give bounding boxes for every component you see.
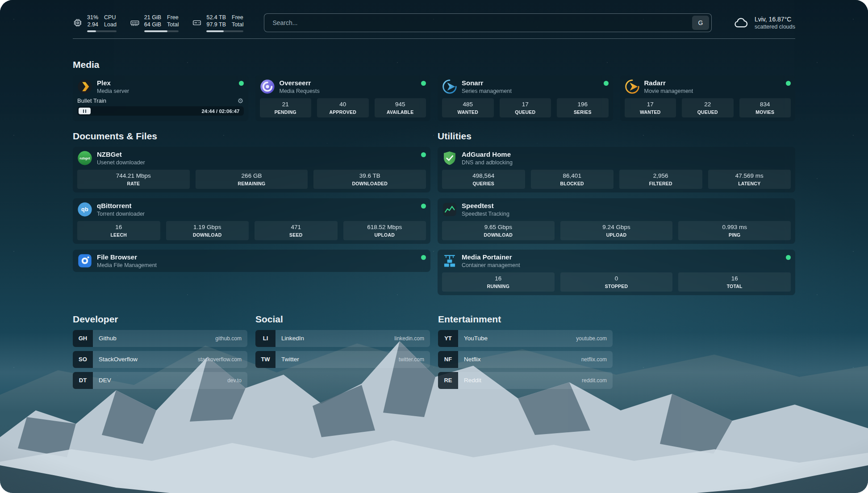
- playback-progress-bar[interactable]: 24:44 / 02:06:47: [77, 106, 244, 116]
- bookmark-group-developer: Developer GH Github github.com SO StackO…: [73, 314, 247, 393]
- stat-box: 17WANTED: [625, 98, 676, 117]
- stat-box: 40APPROVED: [317, 98, 369, 117]
- service-card-qbittorrent[interactable]: qb qBittorrent Torrent downloader 16LEEC…: [73, 198, 430, 244]
- resource-widgets: 31% 2.94 CPU Load: [73, 14, 243, 32]
- stat-label: LEECH: [79, 232, 159, 238]
- stat-label: SERIES: [559, 109, 607, 115]
- memory-total: 64 GiB: [144, 21, 161, 28]
- stat-value: 16: [444, 275, 553, 283]
- memory-widget: 21 GiB 64 GiB Free Total: [130, 14, 179, 32]
- stat-box: 22QUEUED: [682, 98, 734, 117]
- stat-label: BLOCKED: [533, 181, 612, 186]
- stat-value: 16: [79, 224, 159, 231]
- group-title-social: Social: [255, 314, 430, 325]
- stat-value: 834: [741, 101, 789, 109]
- bookmark-github[interactable]: GH Github github.com: [73, 330, 247, 347]
- stat-box: 485WANTED: [442, 98, 494, 117]
- stat-label: RATE: [79, 181, 188, 186]
- service-card-speedtest[interactable]: Speedtest Speedtest Tracking 9.65 GbpsDO…: [438, 198, 795, 244]
- group-title-developer: Developer: [73, 314, 247, 325]
- stat-label: DOWNLOAD: [444, 232, 553, 238]
- portainer-icon: [442, 253, 457, 268]
- bookmark-youtube[interactable]: YT YouTube youtube.com: [438, 330, 613, 347]
- bookmark-url: linkedin.com: [394, 335, 424, 342]
- stat-value: 17: [626, 101, 675, 109]
- service-name: Media Portainer: [462, 253, 520, 261]
- stat-box: 16RUNNING: [442, 272, 555, 292]
- stat-label: PING: [680, 232, 789, 238]
- sonarr-icon: [442, 79, 457, 94]
- service-name: File Browser: [97, 253, 157, 261]
- service-description: Movie management: [644, 88, 693, 94]
- bookmark-url: dev.to: [227, 377, 242, 384]
- service-description: Speedtest Tracking: [462, 211, 509, 217]
- stat-label: DOWNLOADED: [315, 181, 424, 186]
- bookmark-url: reddit.com: [582, 377, 607, 384]
- service-card-portainer[interactable]: Media Portainer Container management 16R…: [438, 250, 795, 295]
- service-card-nzbget[interactable]: nzbget NZBGet Usenet downloader 744.21 M…: [73, 147, 430, 192]
- memory-free: 21 GiB: [144, 14, 161, 21]
- bookmark-netflix[interactable]: NF Netflix netflix.com: [438, 351, 613, 368]
- service-description: Media Requests: [280, 88, 320, 94]
- memory-icon: [130, 18, 140, 28]
- bookmark-linkedin[interactable]: LI LinkedIn linkedin.com: [255, 330, 430, 347]
- service-card-overseerr[interactable]: Overseerr Media Requests 21PENDING 40APP…: [255, 75, 431, 121]
- service-description: Torrent downloader: [97, 211, 145, 217]
- stat-box: 0STOPPED: [560, 272, 673, 292]
- bookmark-group-social: Social LI LinkedIn linkedin.com TW Twitt…: [255, 314, 430, 393]
- stat-value: 196: [559, 101, 607, 109]
- stackoverflow-icon: SO: [73, 351, 93, 368]
- disk-widget: 52.4 TB 97.9 TB Free Total: [192, 14, 243, 32]
- stat-box: 17QUEUED: [500, 98, 551, 117]
- stat-box: 834MOVIES: [739, 98, 791, 117]
- overseerr-icon: [260, 79, 275, 94]
- stat-value: 744.21 Mbps: [79, 172, 188, 180]
- disk-free: 52.4 TB: [206, 14, 226, 21]
- service-card-adguard[interactable]: AdGuard Home DNS and adblocking 498,564Q…: [438, 147, 795, 192]
- bookmark-url: github.com: [215, 335, 242, 342]
- bookmark-dev[interactable]: DT DEV dev.to: [73, 372, 247, 389]
- service-name: Overseerr: [280, 79, 320, 87]
- cpu-widget: 31% 2.94 CPU Load: [73, 14, 117, 32]
- stat-box: 2,956FILTERED: [619, 170, 702, 189]
- bookmark-url: stackoverflow.com: [198, 356, 242, 363]
- service-card-radarr[interactable]: Radarr Movie management 17WANTED 22QUEUE…: [620, 75, 796, 121]
- stat-box: 9.24 GbpsUPLOAD: [560, 221, 673, 240]
- plex-icon: [77, 79, 92, 94]
- memory-total-label: Total: [167, 21, 179, 28]
- service-card-sonarr[interactable]: Sonarr Series management 485WANTED 17QUE…: [438, 75, 613, 121]
- service-name: Radarr: [644, 79, 693, 87]
- stat-value: 1.19 Gbps: [168, 224, 247, 231]
- qbittorrent-icon-text: qb: [81, 206, 88, 213]
- bookmark-stackoverflow[interactable]: SO StackOverflow stackoverflow.com: [73, 351, 247, 368]
- stat-label: APPROVED: [319, 109, 367, 115]
- gear-icon[interactable]: ⚙: [238, 97, 243, 104]
- bookmark-name: Netflix: [464, 356, 481, 363]
- stat-label: REMAINING: [197, 181, 306, 186]
- adguard-shield-icon: [442, 150, 457, 166]
- disk-usage-bar: [206, 30, 243, 32]
- search-input[interactable]: [271, 19, 692, 27]
- stat-value: 86,401: [533, 172, 612, 180]
- memory-usage-bar: [144, 30, 179, 32]
- stat-label: WANTED: [444, 109, 492, 115]
- search-bar: G: [264, 13, 712, 32]
- nzbget-icon: nzbget: [77, 150, 92, 166]
- cpu-percent: 31%: [87, 14, 98, 21]
- playback-time: 24:44 / 02:06:47: [201, 109, 239, 114]
- pause-icon[interactable]: [79, 108, 91, 114]
- stat-value: 0.993 ms: [680, 224, 789, 231]
- status-dot: [421, 81, 426, 86]
- stat-value: 2,956: [621, 172, 701, 180]
- stat-label: TOTAL: [680, 284, 789, 289]
- stat-box: 9.65 GbpsDOWNLOAD: [442, 221, 555, 240]
- search-provider-button[interactable]: G: [692, 16, 709, 30]
- bookmark-twitter[interactable]: TW Twitter twitter.com: [255, 351, 430, 368]
- service-card-filebrowser[interactable]: File Browser Media File Management: [73, 250, 430, 272]
- weather-condition: scattered clouds: [755, 24, 795, 30]
- dev-icon: DT: [73, 372, 93, 389]
- service-card-plex[interactable]: Plex Media server Bullet Train ⚙ 24:44 /…: [73, 75, 248, 121]
- stat-box: 47.569 msLATENCY: [708, 170, 791, 189]
- bookmark-reddit[interactable]: RE Reddit reddit.com: [438, 372, 613, 389]
- status-dot: [786, 81, 791, 86]
